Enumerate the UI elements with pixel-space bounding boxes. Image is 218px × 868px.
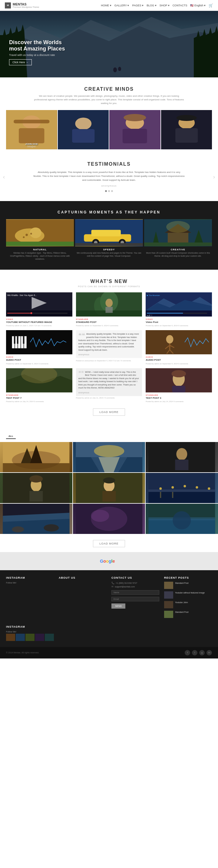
svg-point-76 — [166, 335, 173, 343]
insta-item-4[interactable] — [35, 634, 44, 641]
svg-rect-39 — [168, 233, 188, 243]
dot-2[interactable] — [108, 190, 110, 192]
prev-arrow[interactable]: ‹ — [3, 174, 5, 180]
social-googleplus[interactable]: g — [199, 650, 205, 655]
gallery-item-5[interactable] — [73, 473, 145, 503]
hero-cta-button[interactable]: Click Here → — [9, 59, 32, 65]
footer-instagram-link[interactable]: Follow Me! — [6, 582, 54, 584]
contact-email-input[interactable] — [111, 597, 159, 601]
cart-icon[interactable]: 🛒 — [209, 3, 213, 7]
load-more-container: LOAD MORE — [6, 408, 212, 416]
nav-gallery[interactable]: GALLERY ▾ — [114, 4, 129, 7]
gallery-item-9[interactable] — [146, 504, 218, 534]
team-name-1: JOHN DOE — [8, 143, 55, 146]
whats-new-section: WHAT'S NEW POSTS CAN BE SHOWN IN DIFFERE… — [0, 270, 218, 431]
footer-post-2: Youtube without featured image — [164, 591, 212, 599]
brand-logo[interactable]: M MENTAS Premium Wordpress Theme — [5, 2, 39, 8]
svg-rect-17 — [122, 129, 147, 143]
footer-send-button[interactable]: SEND — [111, 603, 125, 609]
svg-rect-119 — [172, 492, 173, 498]
footer-post-title-1[interactable]: Standard Post — [175, 582, 188, 584]
phone-icon: 📞 — [111, 582, 114, 584]
next-arrow[interactable]: › — [213, 174, 215, 180]
post-title-1[interactable]: YOUTUBE WITHOUT FEATURED IMAGE — [6, 321, 72, 324]
creative-minds-title: CREATIVE MINDS — [6, 87, 212, 92]
testimonial-mark: ❝❝ — [78, 371, 84, 375]
gallery-item-6[interactable] — [146, 473, 218, 503]
gallery-item-7[interactable] — [0, 504, 72, 534]
gallery-section: ALL — [0, 431, 218, 552]
dot-1[interactable] — [105, 190, 107, 192]
gallery-item-3[interactable] — [146, 442, 218, 472]
post-card-9: STANDARD TEST POST 3 Posted by admin on … — [146, 368, 212, 402]
nav-home[interactable]: HOME ▾ — [101, 4, 111, 7]
testimonials-title: TESTIMONIALS — [12, 161, 206, 167]
contact-name-input[interactable] — [111, 590, 159, 595]
footer-post-1: Standard Post — [164, 582, 212, 589]
svg-text:▶ The Mountain: ▶ The Mountain — [147, 294, 160, 296]
nav-shop[interactable]: SHOP ▾ — [160, 4, 169, 7]
quote-meta: Posted on anonymous on September 5, 2014… — [76, 360, 142, 362]
testimonials-section: TESTIMONIALS Absolutely quality template… — [0, 152, 218, 201]
dot-3[interactable] — [111, 190, 113, 192]
social-linkedin[interactable]: in — [207, 650, 212, 655]
testimonial-meta: Posted by admin on July 11, 2014 / 0 com… — [76, 397, 142, 399]
svg-rect-64 — [147, 313, 183, 313]
load-more-button[interactable]: LOAD MORE — [93, 408, 125, 416]
insta-item-5[interactable] — [45, 634, 54, 641]
capture-label-2: SPEEDY — [75, 248, 143, 251]
capture-item-natural: NATURAL Mentas has 4 navigation type - T… — [6, 219, 74, 260]
insta-item-2[interactable] — [16, 634, 25, 641]
gallery-grid — [0, 442, 218, 535]
post-card-3: ▶ The Mountain ▶ 🔊 ⛶ VIDEO Video Post Po… — [146, 292, 212, 327]
post-title-2[interactable]: STANDARD POST — [76, 321, 142, 324]
post-tag-6: AUDIO — [146, 356, 212, 358]
copyright-text: © 2014 Mentas. All rights reserved. — [6, 652, 39, 654]
gallery-load-more-container: LOAD MORE — [0, 535, 218, 552]
footer-bottom: © 2014 Mentas. All rights reserved. f t … — [0, 647, 218, 658]
svg-rect-14 — [72, 129, 94, 143]
post-thumb-8 — [146, 368, 212, 393]
insta-item-1[interactable] — [6, 634, 15, 641]
footer-post-4: Standard Post — [164, 611, 212, 618]
post-title-7[interactable]: TEST POST 7 — [6, 397, 72, 400]
post-meta-6: Posted by admin on September 5, 2014 0 c… — [146, 363, 212, 365]
post-thumb-3: ▶ The Mountain ▶ 🔊 ⛶ — [146, 292, 212, 316]
gallery-item-1[interactable] — [0, 442, 72, 472]
nav-blog[interactable]: BLOG ▾ — [146, 4, 157, 7]
language-selector[interactable]: 🇺🇸 English ▾ — [190, 4, 206, 7]
gallery-tab-all[interactable]: ALL — [6, 434, 16, 439]
svg-rect-118 — [160, 492, 161, 498]
post-title-9[interactable]: TEST POST 3 — [146, 397, 212, 400]
svg-point-117 — [208, 487, 211, 490]
nav-pages[interactable]: PAGES ▾ — [132, 4, 143, 7]
svg-rect-73 — [17, 336, 19, 344]
nav-contacts[interactable]: CONTACTS — [172, 4, 187, 7]
gallery-item-8[interactable] — [73, 504, 145, 534]
footer-grid: INSTAGRAM Follow Me! ABOUT US CONTACT US… — [6, 576, 212, 620]
footer-instagram-follow[interactable]: Follow Me! — [6, 631, 212, 633]
post-title-4[interactable]: AUDIO POST — [6, 359, 72, 362]
social-twitter[interactable]: t — [192, 650, 197, 655]
svg-rect-29 — [6, 242, 74, 246]
footer-post-title-2[interactable]: Youtube without featured image — [175, 591, 205, 594]
post-title-6[interactable]: AUDIO POST — [146, 359, 212, 362]
gallery-item-2[interactable] — [73, 442, 145, 472]
insta-item-3[interactable] — [25, 634, 34, 641]
svg-point-131 — [173, 511, 191, 529]
svg-rect-74 — [23, 336, 25, 344]
post-thumb-7 — [6, 368, 72, 393]
footer: INSTAGRAM Follow Me! ABOUT US CONTACT US… — [0, 570, 218, 647]
capturing-section: CAPTURING MOMENTS AS THEY HAPPEN NATURAL — [0, 201, 218, 269]
post-title-3[interactable]: Video Post — [146, 321, 212, 324]
social-facebook[interactable]: f — [185, 650, 190, 655]
footer-post-title-3[interactable]: Youtube John — [175, 601, 188, 604]
gallery-item-4[interactable] — [0, 473, 72, 503]
svg-point-26 — [25, 234, 28, 236]
svg-point-88 — [172, 370, 186, 377]
footer-post-title-4[interactable]: Standard Post — [175, 611, 188, 614]
maps-section[interactable]: Google — [0, 552, 218, 570]
footer-contact-col: CONTACT US 📞 +1 (800) 313 832 5727 ✉ sup… — [111, 576, 159, 620]
svg-point-28 — [23, 237, 25, 238]
gallery-load-more-button[interactable]: LOAD MORE — [93, 540, 125, 547]
